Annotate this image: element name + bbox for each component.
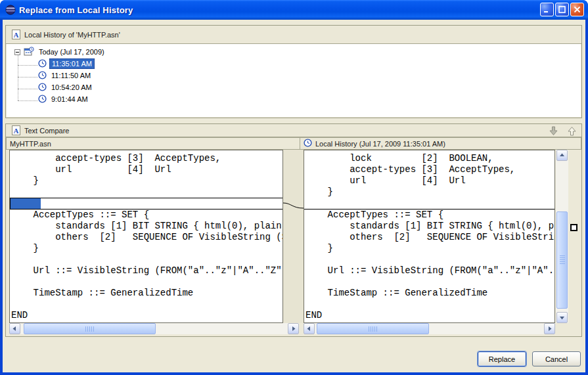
clock-icon [304, 139, 312, 148]
diff-connector-line [283, 150, 304, 323]
right-pane-header: Local History (Jul 17, 2009 11:35:01 AM) [300, 137, 581, 150]
replace-button[interactable]: Replace [478, 351, 526, 366]
code-line: } [305, 243, 554, 254]
scroll-right-button[interactable] [288, 323, 299, 334]
code-line [305, 254, 554, 265]
code-line: } [11, 175, 283, 187]
clock-icon [38, 83, 47, 93]
text-compare-title: Text Compare [24, 127, 69, 135]
text-compare-header-bar: A Text Compare [6, 124, 581, 137]
scroll-left-button[interactable] [9, 323, 20, 334]
left-pane-title: MyHTTP.asn [10, 140, 51, 148]
vertical-scrollbar[interactable] [556, 150, 568, 323]
history-tree[interactable]: Today (Jul 17, 2009) 11:35:01 AM 11:11:5… [7, 44, 581, 117]
local-history-section: A Local History of 'MyHTTP.asn' [5, 25, 582, 118]
right-pane-title: Local History (Jul 17, 2009 11:35:01 AM) [315, 140, 445, 148]
left-horizontal-scrollbar-thumb[interactable] [24, 323, 156, 334]
code-line: accept-types [3] AcceptTypes, [305, 164, 554, 175]
dialog-body: A Local History of 'MyHTTP.asn' [3, 20, 585, 372]
text-compare-section: A Text Compare MyHTTP.asn Loca [5, 123, 582, 337]
previous-change-button[interactable] [564, 125, 579, 137]
window-controls [540, 3, 584, 16]
code-line [11, 254, 283, 265]
overview-ruler[interactable] [569, 150, 579, 334]
code-line: url [4] Url [11, 164, 283, 175]
code-line: accept-types [3] AcceptTypes, [11, 153, 283, 164]
local-history-header-bar: A Local History of 'MyHTTP.asn' [6, 26, 581, 44]
left-code-pane[interactable]: accept-types [3] AcceptTypes, url [4] Ur… [9, 150, 283, 323]
left-horizontal-scrollbar[interactable] [9, 323, 299, 334]
left-pane-header: MyHTTP.asn [6, 137, 300, 150]
code-line: } [305, 187, 554, 198]
tree-item-version-1-label: 11:35:01 AM [49, 58, 95, 69]
tree-connector-stub [18, 77, 37, 77]
vertical-scrollbar-thumb[interactable] [556, 211, 568, 309]
code-line: lock [2] BOOLEAN, [305, 153, 554, 164]
clock-icon [38, 95, 47, 104]
tree-connector-stub [18, 89, 37, 89]
tree-item-version-4[interactable]: 9:01:44 AM [38, 93, 90, 105]
compare-view-icon: A [12, 30, 20, 39]
change-marker[interactable] [570, 224, 577, 231]
code-line: TimeStamp ::= GeneralizedTime [305, 288, 554, 299]
minimize-button[interactable] [540, 3, 554, 16]
cancel-button[interactable]: Cancel [532, 351, 581, 366]
tree-item-version-4-label: 9:01:44 AM [49, 95, 90, 104]
scroll-left-button[interactable] [304, 323, 315, 334]
next-change-button[interactable] [546, 125, 560, 137]
code-line: url [4] Url [305, 175, 554, 187]
right-code-pane[interactable]: lock [2] BOOLEAN, accept-types [3] Accep… [304, 150, 555, 323]
change-box [10, 198, 283, 210]
code-line: END [11, 310, 283, 321]
eclipse-app-icon [5, 5, 16, 15]
titlebar[interactable]: Replace from Local History [0, 0, 588, 20]
clock-icon [38, 71, 47, 81]
maximize-button[interactable] [555, 3, 569, 16]
code-line [11, 187, 283, 198]
code-line: Url ::= VisibleString (FROM("a".."z"|"A"… [305, 265, 554, 276]
tree-connector-stub [18, 65, 37, 66]
code-line: standards [1] BIT STRING { html(0), plai… [11, 221, 283, 232]
code-line [11, 276, 283, 288]
tree-item-version-1[interactable]: 11:35:01 AM [38, 58, 95, 70]
code-line: } [11, 243, 283, 254]
collapse-toggle-icon[interactable] [14, 49, 20, 55]
code-line: AcceptTypes ::= SET { [11, 210, 283, 221]
code-line: TimeStamp ::= GeneralizedTime [11, 288, 283, 299]
tree-item-version-2[interactable]: 11:11:50 AM [38, 70, 93, 81]
clock-icon [38, 59, 47, 69]
code-line: Url ::= VisibleString (FROM("a".."z"|"A"… [11, 265, 283, 276]
window-title: Replace from Local History [19, 5, 133, 15]
change-navigation-toolbar [546, 125, 579, 137]
replace-from-local-history-dialog: Replace from Local History A Local Histo… [0, 0, 588, 375]
scroll-up-button[interactable] [556, 150, 568, 161]
code-line: AcceptTypes ::= SET { [305, 210, 554, 221]
scroll-right-button[interactable] [544, 323, 555, 334]
code-line: others [2] SEQUENCE OF VisibleString ( [305, 232, 554, 243]
tree-item-today-label: Today (Jul 17, 2009) [37, 47, 106, 56]
diff-connector-strip [283, 150, 304, 323]
code-line [305, 299, 554, 310]
close-button[interactable] [570, 3, 584, 16]
tree-item-version-3[interactable]: 10:54:20 AM [38, 81, 94, 93]
tree-item-today[interactable]: Today (Jul 17, 2009) [14, 46, 106, 58]
right-horizontal-scrollbar[interactable] [304, 323, 555, 334]
local-history-title: Local History of 'MyHTTP.asn' [24, 31, 120, 39]
code-line: standards [1] BIT STRING { html(0), plai… [305, 221, 554, 232]
tree-item-version-3-label: 10:54:20 AM [49, 83, 94, 92]
scroll-down-button[interactable] [556, 312, 568, 323]
right-horizontal-scrollbar-thumb[interactable] [317, 323, 429, 334]
tree-item-version-2-label: 11:11:50 AM [49, 71, 93, 80]
code-line: others [2] SEQUENCE OF VisibleString (SI… [11, 232, 283, 243]
compare-view-icon: A [12, 125, 20, 135]
code-line [305, 198, 554, 209]
tree-connector-stub [18, 100, 37, 101]
calendar-icon [24, 47, 34, 58]
code-line: END [305, 310, 554, 321]
code-line [11, 299, 283, 310]
code-line [305, 276, 554, 288]
